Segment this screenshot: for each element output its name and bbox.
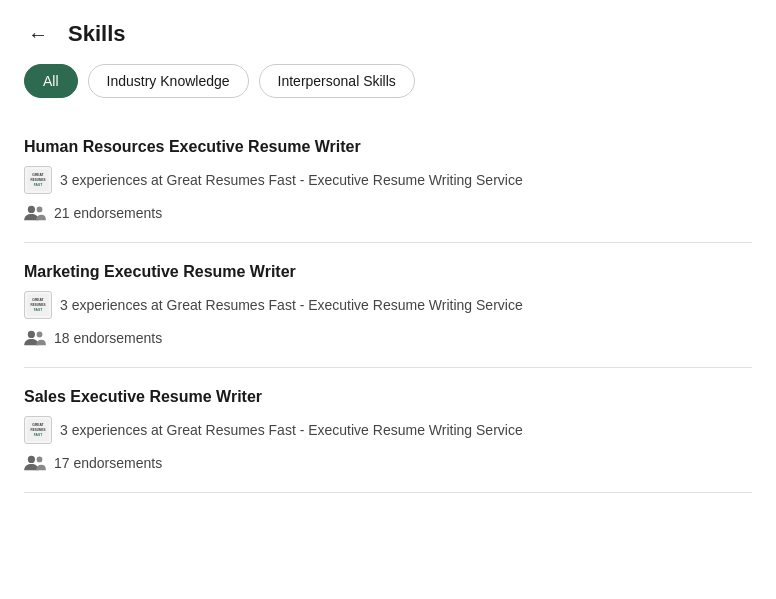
endorsements: 18 endorsements	[24, 329, 752, 347]
skill-name: Marketing Executive Resume Writer	[24, 263, 752, 281]
endorsements-count: 18 endorsements	[54, 330, 162, 346]
tab-all[interactable]: All	[24, 64, 78, 98]
company-logo: GREAT RESUMES FAST	[24, 166, 52, 194]
experience-text: 3 experiences at Great Resumes Fast - Ex…	[60, 172, 523, 188]
endorsements-icon	[24, 454, 46, 472]
svg-text:FAST: FAST	[34, 183, 42, 187]
skill-item: Marketing Executive Resume Writer GREAT …	[24, 243, 752, 368]
tab-interpersonal-skills[interactable]: Interpersonal Skills	[259, 64, 415, 98]
svg-text:FAST: FAST	[34, 433, 42, 437]
svg-text:FAST: FAST	[34, 308, 42, 312]
header: ← Skills	[0, 0, 776, 64]
skill-name: Human Resources Executive Resume Writer	[24, 138, 752, 156]
company-logo: GREAT RESUMES FAST	[24, 291, 52, 319]
endorsements: 21 endorsements	[24, 204, 752, 222]
skill-experience: GREAT RESUMES FAST 3 experiences at Grea…	[24, 291, 752, 319]
endorsements-count: 17 endorsements	[54, 455, 162, 471]
svg-point-10	[28, 331, 35, 338]
svg-text:RESUMES: RESUMES	[31, 428, 46, 432]
experience-text: 3 experiences at Great Resumes Fast - Ex…	[60, 422, 523, 438]
filter-tabs: All Industry Knowledge Interpersonal Ski…	[0, 64, 776, 118]
skills-list: Human Resources Executive Resume Writer …	[0, 118, 776, 493]
svg-point-16	[28, 456, 35, 463]
skill-experience: GREAT RESUMES FAST 3 experiences at Grea…	[24, 166, 752, 194]
skill-experience: GREAT RESUMES FAST 3 experiences at Grea…	[24, 416, 752, 444]
svg-text:RESUMES: RESUMES	[31, 178, 46, 182]
svg-text:GREAT: GREAT	[32, 173, 43, 177]
skill-item: Human Resources Executive Resume Writer …	[24, 118, 752, 243]
company-logo: GREAT RESUMES FAST	[24, 416, 52, 444]
svg-text:RESUMES: RESUMES	[31, 303, 46, 307]
back-button[interactable]: ←	[24, 20, 52, 48]
skill-item: Sales Executive Resume Writer GREAT RESU…	[24, 368, 752, 493]
endorsements-count: 21 endorsements	[54, 205, 162, 221]
skill-name: Sales Executive Resume Writer	[24, 388, 752, 406]
tab-industry-knowledge[interactable]: Industry Knowledge	[88, 64, 249, 98]
svg-text:GREAT: GREAT	[32, 423, 43, 427]
experience-text: 3 experiences at Great Resumes Fast - Ex…	[60, 297, 523, 313]
svg-point-4	[28, 206, 35, 213]
svg-point-5	[37, 207, 43, 213]
page-title: Skills	[68, 21, 125, 47]
svg-point-11	[37, 332, 43, 338]
svg-text:GREAT: GREAT	[32, 298, 43, 302]
endorsements-icon	[24, 204, 46, 222]
back-arrow-icon: ←	[28, 24, 48, 44]
endorsements-icon	[24, 329, 46, 347]
svg-point-17	[37, 457, 43, 463]
endorsements: 17 endorsements	[24, 454, 752, 472]
